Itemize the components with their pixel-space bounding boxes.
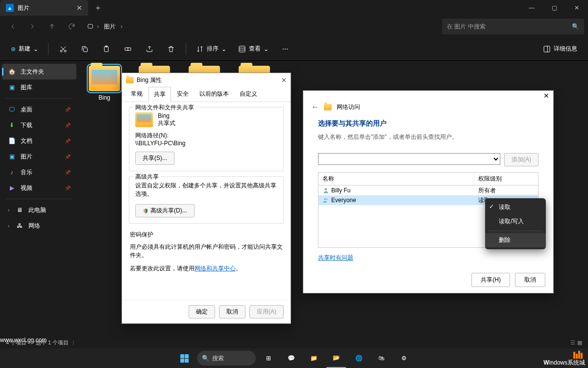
pwd-line2: 若要更改此设置，请使用网络和共享中心。 [130, 264, 283, 273]
delete-button[interactable] [161, 40, 181, 58]
breadcrumb-pictures[interactable]: 图片 [102, 21, 118, 33]
chevron-down-icon: ⌄ [264, 46, 269, 53]
pin-icon: 📌 [65, 138, 71, 144]
close-button[interactable]: ✕ [281, 77, 287, 84]
expand-icon[interactable]: › [8, 223, 13, 229]
menu-item-read[interactable]: 读取 [485, 200, 546, 214]
col-perm[interactable]: 权限级别 [474, 173, 538, 185]
close-tab-icon[interactable]: ✕ [76, 4, 82, 12]
sidebar-item-music[interactable]: ♪ 音乐 📌 [0, 164, 78, 180]
copy-button[interactable] [75, 40, 95, 58]
sidebar-item-thispc[interactable]: › 🖥 此电脑 [0, 202, 78, 218]
tab-pictures[interactable]: ▲ 图片 ✕ [0, 0, 88, 16]
sidebar-item-gallery[interactable]: ▣ 图库 [0, 79, 78, 95]
svg-rect-2 [83, 48, 87, 52]
close-window-button[interactable]: ✕ [565, 0, 588, 16]
separator [6, 199, 73, 199]
up-button[interactable] [43, 18, 61, 35]
dialog-titlebar[interactable]: ✕ [303, 91, 553, 101]
plus-icon: ⊕ [11, 46, 16, 53]
cut-button[interactable] [53, 40, 73, 58]
address-bar[interactable]: 🖵 › 图片 › [86, 21, 122, 33]
sort-button[interactable]: 排序 ⌄ [191, 40, 231, 58]
sidebar-item-downloads[interactable]: ⬇ 下载 📌 [0, 117, 78, 133]
taskbar-settings[interactable]: ⚙ [394, 348, 414, 368]
sidebar-item-videos[interactable]: ▶ 视频 📌 [0, 180, 78, 196]
windows-icon [180, 354, 189, 363]
more-button[interactable]: ⋯ [275, 40, 295, 58]
network-center-link[interactable]: 网络和共享中心 [195, 265, 236, 272]
trouble-link[interactable]: 共享时有问题 [318, 254, 353, 261]
col-name[interactable]: 名称 [318, 173, 474, 185]
user-name: Everyone [331, 197, 356, 204]
sidebar-item-documents[interactable]: 📄 文档 📌 [0, 133, 78, 149]
separator [48, 43, 49, 55]
minimize-button[interactable]: ― [520, 0, 543, 16]
grid-view-button[interactable]: ▦ [577, 340, 582, 346]
details-button[interactable]: 详细信息 [538, 40, 582, 58]
svg-rect-6 [239, 46, 245, 52]
tab-share[interactable]: 共享 [148, 87, 171, 102]
taskbar-app[interactable]: 📁 [304, 348, 323, 368]
paste-button[interactable] [97, 40, 116, 58]
list-view-button[interactable]: ☰ [570, 340, 575, 346]
close-button[interactable]: ✕ [543, 92, 549, 100]
section-title: 高级共享 [133, 173, 161, 181]
back-button[interactable] [4, 18, 22, 35]
pin-icon: 📌 [65, 185, 71, 191]
cancel-button[interactable]: 取消 [515, 273, 545, 287]
taskbar-search[interactable]: 🔍 搜索 [197, 351, 256, 366]
tab-custom[interactable]: 自定义 [235, 87, 262, 102]
folder-name: Bing [158, 112, 175, 119]
dialog-titlebar[interactable]: Bing 属性 ✕ [122, 73, 291, 87]
taskbar-explorer[interactable]: 📂 [326, 348, 346, 368]
rename-button[interactable] [118, 40, 138, 58]
navbar: 🖵 › 图片 › 在 图片 中搜索 🔍 [0, 16, 588, 37]
sidebar-item-desktop[interactable]: 🖵 桌面 📌 [0, 102, 78, 117]
user-perm: 所有者 [474, 186, 538, 195]
desktop-icon: 🖵 [8, 105, 16, 113]
new-label: 新建 [19, 45, 30, 53]
refresh-button[interactable] [63, 18, 80, 35]
tab-previous[interactable]: 以前的版本 [195, 87, 234, 102]
advanced-share-button[interactable]: 高级共享(D)... [135, 204, 195, 217]
apply-button[interactable]: 应用(A) [249, 305, 284, 318]
task-view-button[interactable]: ⊞ [259, 348, 278, 368]
sidebar-item-pictures[interactable]: ▣ 图片 📌 [0, 149, 78, 164]
share-button[interactable]: 共享(H) [471, 273, 510, 287]
add-button[interactable]: 添加(A) [504, 153, 539, 166]
chevron-icon: › [121, 23, 122, 30]
share-button[interactable] [140, 40, 159, 58]
taskbar-app[interactable]: 💬 [281, 348, 301, 368]
tab-label: 图片 [18, 4, 29, 12]
ok-button[interactable]: 确定 [189, 305, 215, 318]
expand-icon[interactable]: › [8, 208, 13, 213]
sidebar-item-home[interactable]: 🏠 主文件夹 [2, 64, 76, 79]
hint-text: 键入名称，然后单击"添加"，或者单击箭头查找用户。 [318, 133, 539, 141]
new-button[interactable]: ⊕ 新建 ⌄ [6, 40, 43, 58]
search-box[interactable]: 在 图片 中搜索 🔍 [442, 19, 584, 34]
tab-security[interactable]: 安全 [172, 87, 194, 102]
forward-button[interactable] [24, 18, 41, 35]
sidebar-item-network[interactable]: › 🖧 网络 [0, 218, 78, 234]
view-button[interactable]: 查看 ⌄ [233, 40, 273, 58]
folder-label: Bing [85, 94, 123, 101]
folder-item[interactable]: Bing [85, 66, 123, 101]
cancel-button[interactable]: 取消 [219, 305, 245, 318]
sidebar-label: 图片 [21, 153, 32, 161]
menu-item-readwrite[interactable]: 读取/写入 [485, 214, 546, 229]
taskbar-edge[interactable]: 🌐 [349, 348, 368, 368]
share-button[interactable]: 共享(S)... [135, 152, 174, 165]
pin-icon: 📌 [65, 170, 71, 175]
taskbar-store[interactable]: 🛍 [371, 348, 391, 368]
sidebar-label: 文档 [21, 137, 32, 145]
list-row[interactable]: Billy Fu 所有者 [318, 185, 538, 195]
tab-general[interactable]: 常规 [126, 87, 147, 102]
back-button[interactable]: ← [311, 103, 319, 111]
new-tab-button[interactable]: ＋ [88, 3, 108, 13]
user-select[interactable] [318, 153, 500, 165]
start-button[interactable] [174, 348, 194, 368]
menu-item-remove[interactable]: 删除 [485, 233, 546, 247]
maximize-button[interactable]: ▢ [543, 0, 565, 16]
shield-icon [143, 208, 148, 214]
